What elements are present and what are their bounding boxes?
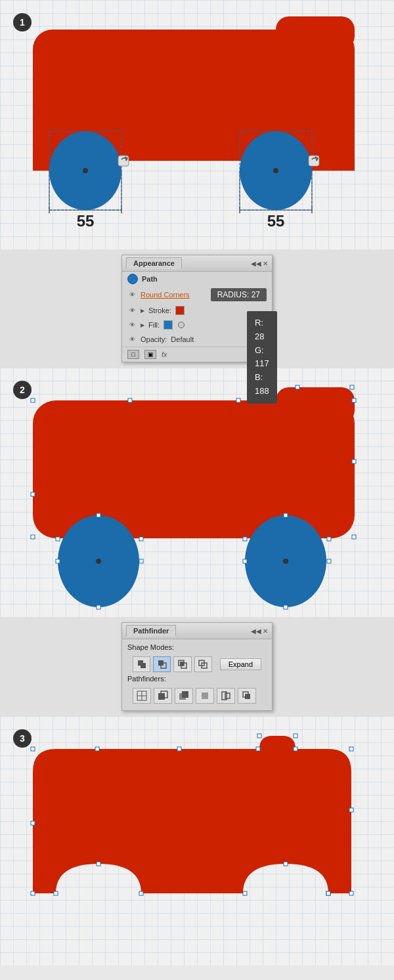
svg-rect-36 bbox=[352, 459, 356, 463]
svg-rect-46 bbox=[56, 559, 60, 563]
outline-button[interactable] bbox=[217, 688, 235, 704]
path-icon bbox=[127, 274, 138, 284]
shape-modes-label: Shape Modes: bbox=[127, 643, 267, 651]
svg-point-27 bbox=[96, 559, 101, 564]
svg-point-18 bbox=[273, 168, 278, 173]
svg-rect-91 bbox=[31, 821, 35, 825]
step-badge-3: 3 bbox=[13, 729, 32, 748]
svg-rect-23 bbox=[309, 156, 319, 166]
svg-rect-47 bbox=[139, 559, 143, 563]
crop-button[interactable] bbox=[196, 688, 214, 704]
section-3: 3 bbox=[0, 716, 394, 966]
svg-rect-53 bbox=[141, 663, 146, 668]
unite-button[interactable] bbox=[133, 656, 150, 672]
trim-button[interactable] bbox=[154, 688, 172, 704]
svg-rect-81 bbox=[349, 808, 353, 812]
shape-modes-section: Shape Modes: bbox=[122, 639, 272, 710]
svg-rect-76 bbox=[256, 747, 260, 751]
svg-rect-89 bbox=[139, 891, 143, 895]
footer-icon-2[interactable]: ▣ bbox=[144, 350, 156, 359]
expand-button[interactable]: Expand bbox=[220, 658, 261, 670]
svg-rect-79 bbox=[294, 747, 297, 751]
pathfinders-label: Pathfinders: bbox=[127, 675, 267, 683]
svg-rect-39 bbox=[31, 492, 35, 496]
panel-controls: ◀◀ ✕ bbox=[251, 260, 268, 267]
merge-button[interactable] bbox=[175, 688, 193, 704]
round-corners-row[interactable]: 👁 Round Corners RADIUS: 27 bbox=[122, 286, 272, 303]
svg-rect-50 bbox=[243, 559, 247, 563]
svg-point-29 bbox=[283, 559, 288, 564]
svg-rect-25 bbox=[276, 387, 355, 423]
svg-rect-45 bbox=[97, 605, 100, 609]
svg-rect-75 bbox=[177, 747, 181, 751]
svg-rect-1 bbox=[276, 16, 355, 49]
svg-rect-32 bbox=[236, 398, 240, 402]
svg-rect-67 bbox=[182, 691, 188, 698]
svg-text:55: 55 bbox=[267, 212, 285, 230]
svg-rect-22 bbox=[118, 156, 129, 166]
svg-rect-42 bbox=[243, 537, 247, 541]
svg-point-10 bbox=[83, 168, 88, 173]
svg-rect-74 bbox=[95, 747, 99, 751]
svg-rect-80 bbox=[349, 747, 353, 751]
fx-text[interactable]: fx bbox=[162, 351, 167, 358]
svg-text:55: 55 bbox=[77, 212, 95, 230]
fill-circle-target bbox=[178, 322, 185, 328]
svg-rect-85 bbox=[284, 862, 288, 866]
appearance-panel: Appearance ◀◀ ✕ Path 👁 Round Corners RAD… bbox=[121, 255, 273, 362]
svg-rect-33 bbox=[296, 385, 299, 389]
svg-rect-77 bbox=[257, 734, 261, 738]
radius-tooltip: RADIUS: 27 bbox=[211, 288, 267, 301]
minus-front-button[interactable] bbox=[153, 656, 171, 672]
stroke-arrow[interactable]: ▶ bbox=[141, 308, 144, 314]
svg-rect-51 bbox=[327, 559, 331, 563]
panel-header-appearance: Appearance ◀◀ ✕ bbox=[122, 255, 272, 272]
bus-illustration-3 bbox=[13, 723, 381, 959]
step-badge-1: 1 bbox=[13, 13, 32, 32]
svg-rect-44 bbox=[97, 513, 100, 517]
svg-rect-86 bbox=[326, 891, 330, 895]
svg-rect-34 bbox=[350, 385, 354, 389]
svg-rect-37 bbox=[352, 535, 356, 539]
rgb-tooltip: R: 28 G: 117 B: 188 bbox=[247, 311, 277, 404]
bus-illustration-2 bbox=[13, 374, 381, 610]
path-row: Path bbox=[122, 272, 272, 286]
svg-rect-43 bbox=[327, 537, 331, 541]
shape-modes-buttons: Expand bbox=[127, 654, 267, 675]
svg-rect-90 bbox=[31, 891, 35, 895]
eye-icon-2[interactable]: 👁 bbox=[127, 307, 137, 314]
exclude-button[interactable] bbox=[194, 656, 212, 672]
eye-icon-4: 👁 bbox=[127, 336, 137, 343]
svg-rect-84 bbox=[243, 891, 247, 895]
svg-rect-56 bbox=[180, 662, 184, 666]
stroke-color-swatch[interactable] bbox=[175, 306, 185, 315]
appearance-tab[interactable]: Appearance bbox=[126, 257, 182, 269]
pathfinder-tab[interactable]: Pathfinder bbox=[126, 625, 176, 637]
pathfinder-panel-controls: ◀◀ ✕ bbox=[251, 628, 268, 635]
svg-rect-70 bbox=[225, 693, 230, 698]
svg-rect-48 bbox=[284, 513, 288, 517]
eye-icon-1[interactable]: 👁 bbox=[127, 291, 137, 298]
svg-rect-41 bbox=[139, 537, 143, 541]
section-2: 2 bbox=[0, 368, 394, 617]
minus-back-button[interactable] bbox=[238, 688, 256, 704]
svg-rect-87 bbox=[54, 891, 58, 895]
fill-arrow[interactable]: ▶ bbox=[141, 322, 144, 328]
svg-rect-31 bbox=[128, 398, 132, 402]
svg-rect-38 bbox=[31, 535, 35, 539]
pathfinders-buttons bbox=[127, 685, 267, 706]
svg-rect-73 bbox=[31, 747, 35, 751]
fill-color-swatch[interactable] bbox=[164, 320, 173, 330]
pathfinder-panel-header: Pathfinder ◀◀ ✕ bbox=[122, 623, 272, 639]
svg-rect-82 bbox=[349, 891, 353, 895]
svg-rect-68 bbox=[202, 692, 208, 699]
intersect-button[interactable] bbox=[173, 656, 191, 672]
fill-row[interactable]: 👁 ▶ Fill: R: 28 G: 117 B: 188 bbox=[122, 318, 272, 332]
eye-icon-3[interactable]: 👁 bbox=[127, 322, 137, 328]
footer-icon-1[interactable]: □ bbox=[127, 350, 139, 359]
svg-rect-30 bbox=[31, 398, 35, 402]
svg-rect-78 bbox=[294, 734, 297, 738]
divide-button[interactable] bbox=[133, 688, 151, 704]
section-1: 1 55 55 bbox=[0, 0, 394, 249]
svg-rect-40 bbox=[56, 537, 60, 541]
